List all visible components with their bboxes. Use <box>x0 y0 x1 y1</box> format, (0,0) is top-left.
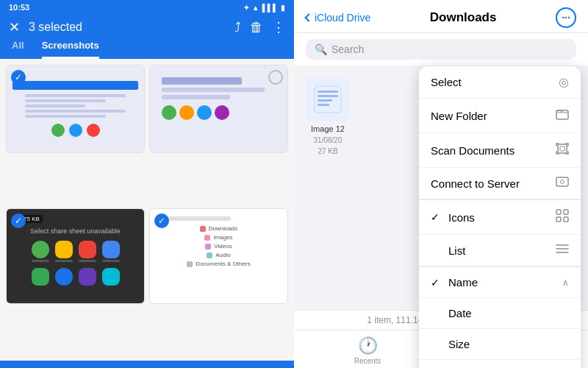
chevron-up-icon: ∧ <box>562 277 569 288</box>
name-checkmark: ✓ <box>431 277 442 289</box>
search-icon: 🔍 <box>315 43 327 55</box>
sort-name-label: Name <box>448 276 478 289</box>
icons-label: Icons <box>448 211 475 224</box>
chevron-left-icon <box>304 13 312 21</box>
screenshot-item-3[interactable]: 93.75 KB ✓ Select share sheet unavailabl… <box>6 208 145 304</box>
battery-icon: ▮ <box>281 4 285 12</box>
screenshot-item-2[interactable] <box>149 65 288 153</box>
delete-icon[interactable]: 🗑 <box>250 20 263 35</box>
dropdown-connect-server[interactable]: Connect to Server <box>419 168 581 199</box>
icons-checkmark: ✓ <box>431 211 442 223</box>
status-icons: ✦ ▲ ▌▌▌ ▮ <box>243 4 285 12</box>
icons-view-icon <box>556 209 569 225</box>
screenshot-content-4: Downloads Images Videos Audio Documents … <box>150 209 287 303</box>
back-button[interactable]: iCloud Drive <box>306 12 370 24</box>
svg-rect-12 <box>556 217 561 222</box>
screenshot-content-3: Select share sheet unavailable <box>7 209 144 303</box>
list-label: List <box>448 244 465 257</box>
svg-rect-8 <box>556 177 568 186</box>
checkbox-unselected-2 <box>268 70 283 85</box>
screenshot-item-1[interactable]: ✓ <box>6 65 145 153</box>
svg-rect-2 <box>318 95 338 97</box>
tab-all[interactable]: All <box>12 40 24 59</box>
wifi-icon: ▲ <box>252 4 259 12</box>
android-toolbar: ✕ 3 selected ⤴ 🗑 ⋮ <box>0 15 294 40</box>
svg-rect-3 <box>318 99 332 102</box>
file-icon <box>306 77 350 121</box>
file-name: Image 12 <box>311 124 345 133</box>
dropdown-scan-documents[interactable]: Scan Documents <box>419 133 581 168</box>
dropdown-new-folder[interactable]: New Folder <box>419 99 581 133</box>
svg-rect-7 <box>560 146 564 151</box>
dropdown-sort-date[interactable]: ✓ Date <box>419 298 581 329</box>
recents-icon: 🕐 <box>358 336 378 355</box>
select-icon: ◎ <box>559 75 569 89</box>
dropdown-sort-name[interactable]: ✓ Name ∧ <box>419 267 581 298</box>
file-date: 31/08/20 <box>314 136 343 144</box>
file-item[interactable]: Image 12 31/08/20 27 KB <box>306 77 350 155</box>
checkbox-selected-4: ✓ <box>154 213 169 228</box>
bluetooth-icon: ✦ <box>243 4 249 12</box>
ios-panel: iCloud Drive Downloads ··· 🔍 Search Imag… <box>294 0 588 368</box>
screenshots-grid: ✓ <box>0 59 294 361</box>
connect-server-label: Connect to Server <box>431 177 520 190</box>
dropdown-sort-size[interactable]: ✓ Size <box>419 329 581 360</box>
share-icon[interactable]: ⤴ <box>234 20 241 35</box>
svg-rect-6 <box>558 144 567 153</box>
search-input-wrapper[interactable]: 🔍 Search <box>306 39 576 60</box>
scan-docs-label: Scan Documents <box>431 144 514 157</box>
more-options-button[interactable]: ··· <box>556 7 576 28</box>
android-time: 10:53 <box>9 3 29 12</box>
dropdown-select[interactable]: Select ◎ <box>419 66 581 99</box>
sort-date-left: ✓ Date <box>431 307 472 319</box>
sort-size-left: ✓ Size <box>431 338 470 350</box>
screenshot-content-2 <box>150 66 287 152</box>
file-size: 27 KB <box>318 147 337 155</box>
ios-search-bar: 🔍 Search <box>294 33 588 66</box>
new-folder-icon <box>556 107 569 124</box>
svg-rect-11 <box>564 210 568 214</box>
list-view-left: ✓ List <box>431 244 465 257</box>
more-icon[interactable]: ⋮ <box>272 19 285 35</box>
list-view-icon <box>556 244 569 257</box>
screenshot-content-1 <box>7 66 144 152</box>
close-icon[interactable]: ✕ <box>9 19 20 35</box>
android-tabs: All Screenshots <box>0 40 294 59</box>
android-status-bar: 10:53 ✦ ▲ ▌▌▌ ▮ <box>0 0 294 15</box>
connect-server-icon <box>556 177 569 190</box>
svg-point-9 <box>561 180 564 184</box>
ios-nav-bar: iCloud Drive Downloads ··· <box>294 0 588 33</box>
signal-icon: ▌▌▌ <box>262 4 278 12</box>
screenshot-item-4[interactable]: ✓ Downloads Images Videos <box>149 208 288 304</box>
new-folder-label: New Folder <box>431 110 487 122</box>
android-panel: 10:53 ✦ ▲ ▌▌▌ ▮ ✕ 3 selected ⤴ 🗑 ⋮ All S… <box>0 0 294 368</box>
scan-docs-icon <box>556 142 569 158</box>
svg-rect-10 <box>556 210 561 214</box>
ios-dropdown-menu: Select ◎ New Folder Scan Documents <box>419 66 581 368</box>
page-title: Downloads <box>370 10 556 25</box>
dropdown-list-view[interactable]: ✓ List <box>419 235 581 266</box>
icons-view-left: ✓ Icons <box>431 211 475 224</box>
sort-size-label: Size <box>448 338 470 350</box>
search-placeholder: Search <box>331 43 364 55</box>
sort-name-left: ✓ Name <box>431 276 478 289</box>
dropdown-sort-kind[interactable]: ✓ Kind <box>419 360 581 368</box>
svg-rect-1 <box>318 91 338 93</box>
recents-label: Recents <box>354 357 381 365</box>
select-label: Select <box>431 76 462 88</box>
svg-rect-4 <box>318 104 329 106</box>
back-label: iCloud Drive <box>315 12 370 24</box>
checkbox-selected-3: ✓ <box>11 213 26 228</box>
checkbox-selected-1: ✓ <box>11 70 26 85</box>
dropdown-icons-view[interactable]: ✓ Icons <box>419 200 581 235</box>
svg-rect-13 <box>564 217 568 222</box>
sort-date-label: Date <box>448 307 472 319</box>
tab-screenshots[interactable]: Screenshots <box>42 40 99 59</box>
toolbar-title: 3 selected <box>29 21 226 34</box>
